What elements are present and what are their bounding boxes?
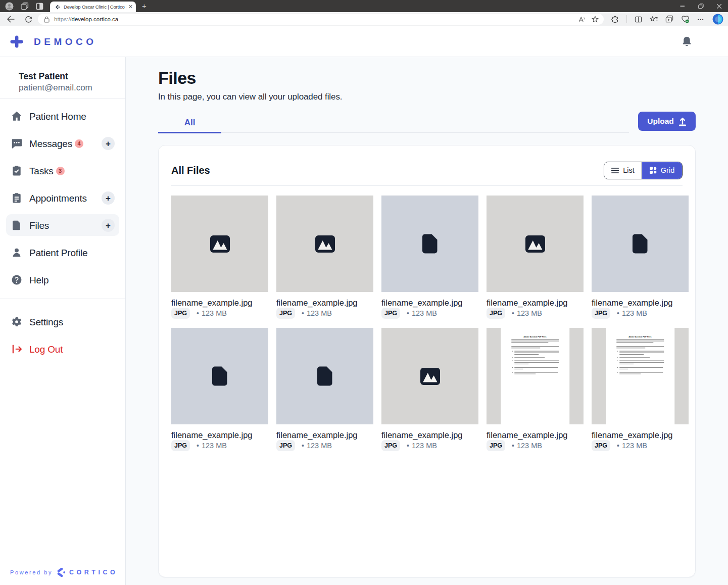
svg-text:Adobe Acrobat PDF Files: Adobe Acrobat PDF Files <box>523 336 546 338</box>
svg-text:Adobe Acrobat PDF Files: Adobe Acrobat PDF Files <box>628 336 651 338</box>
